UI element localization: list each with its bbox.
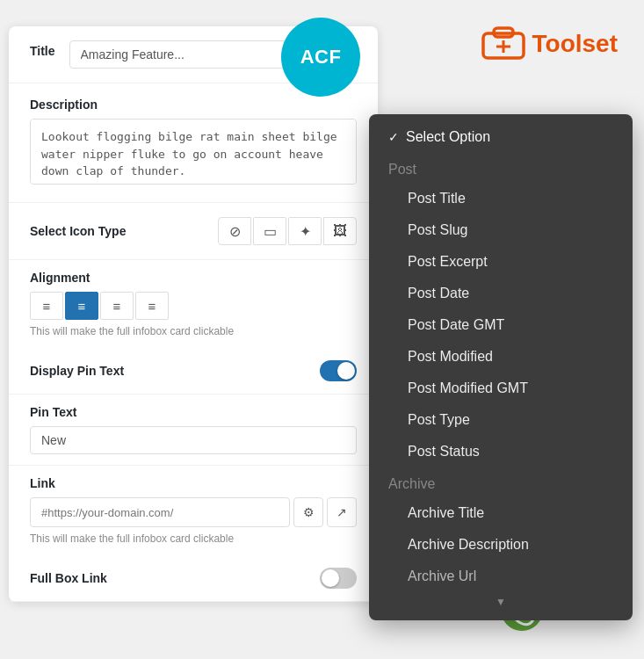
align-left-button[interactable]: ≡ (30, 292, 63, 320)
dropdown-item-archive-title[interactable]: Archive Title (369, 497, 633, 529)
dropdown-item-post-modified[interactable]: Post Modified (369, 341, 633, 373)
link-external-button[interactable]: ↗ (327, 497, 357, 527)
link-input[interactable] (30, 497, 290, 527)
icon-type-row: Select Icon Type ⊘ ▭ ✦ 🖼 (9, 203, 378, 260)
display-pin-text-label: Display Pin Text (30, 364, 320, 378)
link-hint: This will make the full infobox card cli… (30, 532, 357, 552)
link-settings-button[interactable]: ⚙ (293, 497, 323, 527)
link-input-wrap: ⚙ ↗ (30, 497, 357, 527)
acf-logo: ACF (281, 18, 360, 97)
dropdown-group-post: Post (369, 153, 633, 183)
full-box-link-toggle[interactable] (320, 568, 357, 589)
align-justify-button[interactable]: ≡ (135, 292, 169, 320)
dropdown-item-post-slug[interactable]: Post Slug (369, 214, 633, 246)
dropdown-item-post-type[interactable]: Post Type (369, 404, 633, 436)
dropdown-item-post-excerpt[interactable]: Post Excerpt (369, 246, 633, 278)
toggle-knob-2 (322, 569, 339, 587)
alignment-hint: This will make the full infobox card cli… (30, 325, 357, 344)
toolset-icon (481, 26, 525, 62)
display-pin-text-toggle[interactable] (320, 360, 357, 381)
icon-type-label: Select Icon Type (30, 224, 218, 238)
icon-type-buttons: ⊘ ▭ ✦ 🖼 (218, 217, 357, 245)
dropdown-item-post-date-gmt[interactable]: Post Date GMT (369, 309, 633, 341)
full-box-link-row: Full Box Link (9, 555, 378, 602)
full-box-link-label: Full Box Link (30, 571, 320, 585)
align-right-button[interactable]: ≡ (100, 292, 134, 320)
dropdown-item-post-title[interactable]: Post Title (369, 183, 633, 214)
dropdown-item-select-option[interactable]: Select Option (369, 121, 633, 153)
description-field-row: Description Lookout flogging bilge rat m… (9, 83, 378, 203)
toolset-label: Toolset (532, 30, 618, 58)
toggle-knob (337, 362, 355, 380)
scroll-hint: ▼ (369, 592, 633, 613)
link-field-row: Link ⚙ ↗ This will make the full infobox… (9, 466, 378, 555)
acf-logo-text: ACF (300, 46, 342, 69)
dropdown-group-archive: Archive (369, 467, 633, 497)
pin-text-field-row: Pin Text (9, 395, 378, 466)
dropdown-item-post-modified-gmt[interactable]: Post Modified GMT (369, 373, 633, 404)
alignment-row: Alignment ≡ ≡ ≡ ≡ This will make the ful… (9, 260, 378, 348)
toolset-logo: Toolset (481, 26, 618, 62)
settings-panel: Title Description Lookout flogging bilge… (9, 26, 378, 602)
pin-text-label: Pin Text (30, 405, 357, 419)
dropdown-item-archive-url[interactable]: Archive Url (369, 561, 633, 592)
title-label: Title (30, 44, 55, 58)
alignment-buttons: ≡ ≡ ≡ ≡ (30, 292, 357, 320)
pin-text-input[interactable] (30, 426, 357, 454)
description-input[interactable]: Lookout flogging bilge rat main sheet bi… (30, 119, 357, 185)
dropdown-item-archive-description[interactable]: Archive Description (369, 529, 633, 561)
icon-font-button[interactable]: ✦ (288, 217, 322, 245)
icon-svg-button[interactable]: 🖼 (323, 217, 357, 245)
description-label: Description (30, 98, 357, 112)
link-label: Link (30, 476, 357, 490)
align-center-button[interactable]: ≡ (65, 292, 98, 320)
icon-image-button[interactable]: ▭ (253, 217, 286, 245)
dropdown-item-post-status[interactable]: Post Status (369, 436, 633, 467)
alignment-label: Alignment (30, 271, 357, 285)
icon-none-button[interactable]: ⊘ (218, 217, 251, 245)
dropdown-item-post-date[interactable]: Post Date (369, 278, 633, 309)
select-dropdown[interactable]: Select Option Post Post Title Post Slug … (369, 114, 633, 620)
display-pin-text-row: Display Pin Text (9, 348, 378, 395)
